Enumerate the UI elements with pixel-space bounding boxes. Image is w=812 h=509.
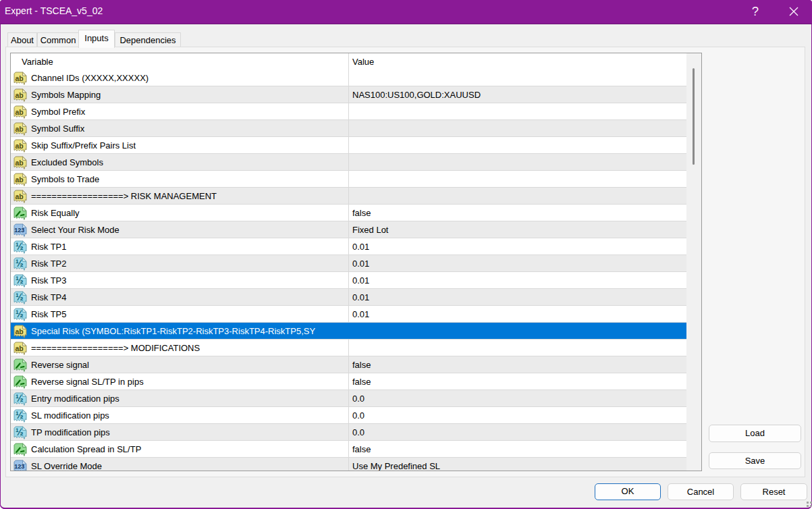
svg-text:½: ½ (16, 427, 24, 437)
svg-text:ab: ab (15, 124, 23, 132)
svg-text:ab: ab (15, 107, 23, 115)
svg-text:ab: ab (15, 158, 23, 166)
svg-text:ab: ab (15, 192, 23, 200)
svg-text:ab: ab (15, 175, 23, 183)
svg-text:ab: ab (15, 327, 23, 335)
svg-text:½: ½ (16, 258, 24, 269)
svg-text:ab: ab (15, 344, 23, 352)
svg-text:½: ½ (16, 309, 24, 319)
svg-text:123: 123 (14, 227, 24, 234)
svg-text:ab: ab (15, 141, 23, 149)
svg-text:½: ½ (16, 393, 24, 404)
svg-text:½: ½ (16, 241, 24, 252)
svg-text:ab: ab (15, 90, 23, 99)
svg-text:ab: ab (15, 74, 23, 82)
svg-text:123: 123 (14, 463, 24, 470)
svg-text:½: ½ (16, 292, 24, 302)
svg-text:½: ½ (16, 275, 24, 286)
svg-text:½: ½ (16, 410, 24, 421)
